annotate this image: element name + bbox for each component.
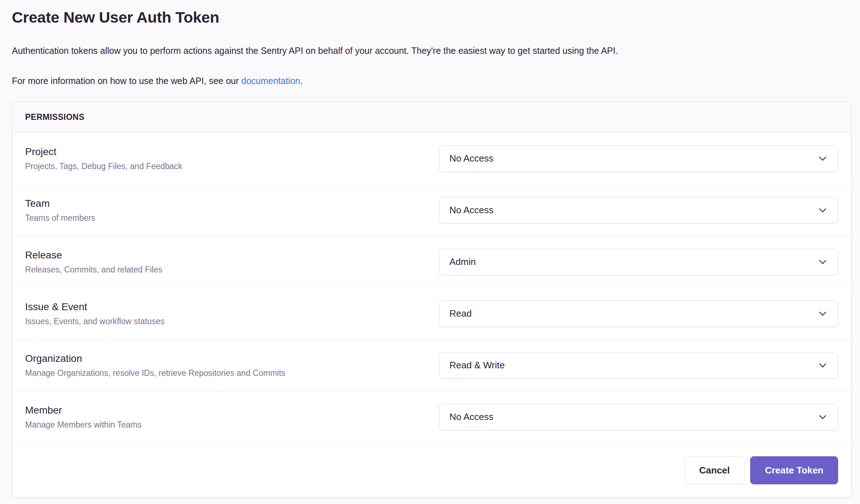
member-permission-select[interactable]: No Access — [439, 404, 838, 430]
selected-value: No Access — [449, 205, 494, 216]
permission-label: Team — [25, 197, 425, 210]
issue-event-permission-select[interactable]: Read — [439, 300, 838, 327]
permission-label: Issue & Event — [25, 301, 425, 313]
chevron-down-icon — [818, 309, 828, 319]
chevron-down-icon — [818, 257, 828, 267]
permission-row-organization: Organization Manage Organizations, resol… — [12, 340, 851, 391]
permission-description: Manage Organizations, resolve IDs, retri… — [25, 368, 425, 378]
create-token-button[interactable]: Create Token — [750, 456, 838, 484]
project-permission-select[interactable]: No Access — [439, 145, 838, 172]
permission-description: Teams of members — [25, 213, 425, 223]
settings-page: Create New User Auth Token Authenticatio… — [0, 0, 860, 498]
docs-text: For more information on how to use the w… — [12, 74, 851, 88]
team-permission-select[interactable]: No Access — [439, 197, 838, 224]
selected-value: Read — [449, 308, 472, 319]
permissions-panel: PERMISSIONS Project Projects, Tags, Debu… — [12, 101, 851, 498]
panel-footer: Cancel Create Token — [12, 443, 851, 498]
docs-prefix: For more information on how to use the w… — [12, 76, 241, 86]
permission-row-release: Release Releases, Commits, and related F… — [12, 236, 851, 288]
permission-label: Organization — [25, 353, 425, 365]
permission-info: Team Teams of members — [25, 197, 439, 223]
permission-description: Projects, Tags, Debug Files, and Feedbac… — [25, 161, 425, 171]
chevron-down-icon — [818, 360, 828, 370]
permission-info: Organization Manage Organizations, resol… — [25, 353, 439, 378]
selected-value: Read & Write — [449, 360, 505, 371]
selected-value: Admin — [449, 256, 476, 267]
intro-text: Authentication tokens allow you to perfo… — [12, 44, 851, 57]
permission-info: Issue & Event Issues, Events, and workfl… — [25, 301, 439, 326]
docs-suffix: . — [300, 76, 303, 86]
chevron-down-icon — [818, 154, 828, 164]
chevron-down-icon — [818, 412, 828, 422]
permission-label: Member — [25, 404, 425, 416]
selected-value: No Access — [449, 411, 494, 423]
permission-info: Project Projects, Tags, Debug Files, and… — [25, 146, 439, 171]
page-title: Create New User Auth Token — [12, 8, 851, 27]
organization-permission-select[interactable]: Read & Write — [439, 352, 838, 379]
documentation-link[interactable]: documentation — [241, 76, 300, 86]
selected-value: No Access — [449, 153, 494, 164]
permissions-panel-header: PERMISSIONS — [12, 102, 851, 133]
permission-description: Manage Members within Teams — [25, 420, 425, 430]
permissions-header-label: PERMISSIONS — [25, 112, 84, 122]
permission-row-member: Member Manage Members within Teams No Ac… — [12, 391, 851, 443]
permission-label: Project — [25, 146, 425, 158]
permission-info: Release Releases, Commits, and related F… — [25, 249, 439, 275]
chevron-down-icon — [818, 205, 828, 215]
permission-label: Release — [25, 249, 425, 261]
permission-description: Issues, Events, and workflow statuses — [25, 316, 425, 326]
permission-row-project: Project Projects, Tags, Debug Files, and… — [12, 133, 851, 185]
release-permission-select[interactable]: Admin — [439, 249, 838, 275]
permission-info: Member Manage Members within Teams — [25, 404, 439, 430]
permission-description: Releases, Commits, and related Files — [25, 265, 425, 275]
cancel-button[interactable]: Cancel — [684, 456, 744, 484]
permission-row-issue-event: Issue & Event Issues, Events, and workfl… — [12, 288, 851, 340]
permission-row-team: Team Teams of members No Access — [12, 185, 851, 236]
